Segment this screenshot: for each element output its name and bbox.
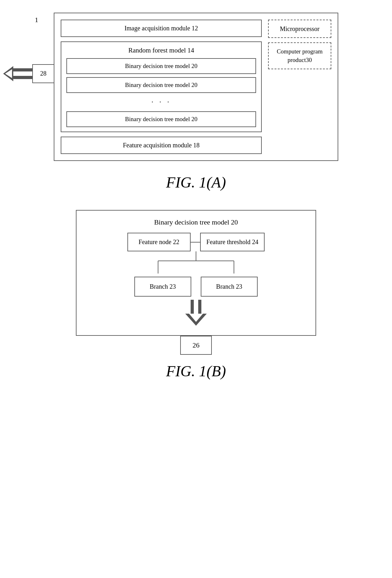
feature-threshold-box: Feature threshold 24 xyxy=(200,233,265,251)
microprocessor-box: Microprocessor xyxy=(268,20,331,38)
h-connector xyxy=(191,242,200,243)
bdtm-box-1: Binary decision tree model 20 xyxy=(66,58,256,74)
arrow-head xyxy=(185,314,207,326)
fig-1a-diagram: 28 1 Image acquisition module 12 Random … xyxy=(54,13,338,161)
feature-row: Feature node 22 Feature threshold 24 xyxy=(127,233,265,251)
left-column: Image acquisition module 12 Random fores… xyxy=(61,20,262,154)
branch-connector-svg xyxy=(117,251,275,277)
fig-1b-container: Binary decision tree model 20 Feature no… xyxy=(19,210,373,380)
arrow-shaft xyxy=(191,300,201,314)
arrow-left-head xyxy=(3,66,13,81)
rf-title: Random forest model 14 xyxy=(66,46,256,54)
image-acquisition-box: Image acquisition module 12 xyxy=(61,20,262,37)
box-28: 28 xyxy=(32,64,54,83)
bdtm-box-2: Binary decision tree model 20 xyxy=(66,77,256,93)
branch-23-left: Branch 23 xyxy=(134,277,191,297)
feature-node-box: Feature node 22 xyxy=(127,233,191,251)
computer-program-box: Computer program product30 xyxy=(268,42,331,69)
right-column: Microprocessor Computer program product3… xyxy=(268,20,331,154)
bdtm-title: Binary decision tree model 20 xyxy=(154,218,238,226)
fig-1a-container: 28 1 Image acquisition module 12 Random … xyxy=(19,13,373,191)
branch-row: Branch 23 Branch 23 xyxy=(134,277,258,297)
arrow-28-container: 28 xyxy=(3,64,54,83)
fig-1a-title: FIG. 1(A) xyxy=(166,174,226,191)
random-forest-box: Random forest model 14 Binary decision t… xyxy=(61,41,262,132)
box-26: 26 xyxy=(180,336,212,355)
fig-1b-title: FIG. 1(B) xyxy=(166,362,226,380)
arrow-left-shaft xyxy=(13,68,32,79)
down-arrow xyxy=(185,300,207,326)
feature-acquisition-box: Feature acquisition module 18 xyxy=(61,137,262,154)
outer-box: Image acquisition module 12 Random fores… xyxy=(54,13,338,161)
dots: · · · xyxy=(66,96,256,108)
branch-23-right: Branch 23 xyxy=(201,277,258,297)
rf-inner: Binary decision tree model 20 Binary dec… xyxy=(66,58,256,127)
bdtm-box-3: Binary decision tree model 20 xyxy=(66,111,256,127)
label-1: 1 xyxy=(35,16,38,24)
fig-1b-diagram: Binary decision tree model 20 Feature no… xyxy=(76,210,316,336)
